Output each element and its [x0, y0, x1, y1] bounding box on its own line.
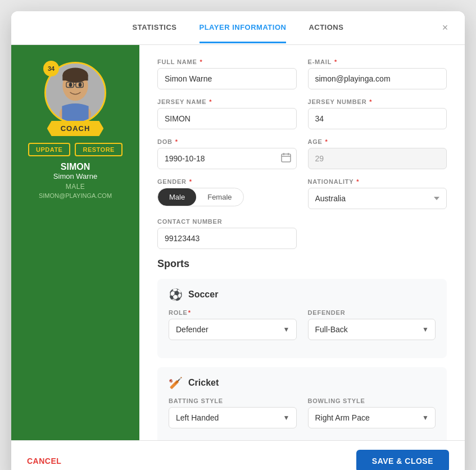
- group-email: E-MAIL *: [308, 58, 447, 89]
- row-name-email: FULL NAME * E-MAIL *: [157, 58, 447, 89]
- dob-input-wrapper: [157, 148, 297, 169]
- sports-section: Sports ⚽ Soccer ROLE*: [157, 258, 447, 440]
- label-nationality: NATIONALITY *: [308, 178, 447, 185]
- group-contact: CONTACT NUMBER: [157, 218, 297, 249]
- cricket-fields: BATTING STYLE Left Handed Right Handed ▼…: [169, 397, 436, 428]
- label-age: AGE *: [308, 138, 447, 145]
- label-fullname: FULL NAME *: [157, 58, 297, 65]
- select-soccer-sub[interactable]: Full-Back Centre-Back Wing-Back: [308, 319, 436, 340]
- row-dob-age: DOB *: [157, 138, 447, 169]
- gender-female[interactable]: Female: [196, 188, 243, 206]
- tab-actions[interactable]: ACTIONS: [309, 13, 343, 43]
- input-jersey-number[interactable]: [308, 108, 447, 129]
- gender-toggle: Male Female: [157, 188, 244, 206]
- jersey-number-badge: 34: [43, 61, 59, 76]
- group-dob: DOB *: [157, 138, 297, 169]
- soccer-sub-wrapper: Full-Back Centre-Back Wing-Back ▼: [308, 319, 436, 340]
- svg-rect-3: [62, 75, 88, 80]
- group-age: AGE *: [308, 138, 447, 169]
- main-content: 34: [11, 45, 465, 440]
- input-age: [308, 148, 447, 169]
- coach-ribbon: COACH: [47, 121, 104, 136]
- sport-card-cricket: 🏏 Cricket BATTING STYLE Left Handed Righ…: [157, 367, 447, 440]
- action-buttons: UPDATE RESTORE: [28, 143, 123, 156]
- cricket-icon: 🏏: [169, 376, 183, 390]
- label-jersey-number: JERSEY NUMBER *: [308, 98, 447, 105]
- input-dob[interactable]: [157, 148, 297, 169]
- svg-rect-10: [282, 154, 291, 162]
- label-gender: GENDER *: [157, 178, 297, 185]
- label-contact: CONTACT NUMBER: [157, 218, 297, 225]
- tab-player-information[interactable]: PLAYER INFORMATION: [200, 13, 287, 43]
- group-soccer-role: ROLE* Defender Forward Midfielder Goalke…: [169, 309, 297, 340]
- label-soccer-role: ROLE*: [169, 309, 297, 316]
- group-fullname: FULL NAME *: [157, 58, 297, 89]
- label-soccer-sub: DEFENDER: [308, 309, 436, 316]
- modal: STATISTICS PLAYER INFORMATION ACTIONS × …: [11, 11, 465, 470]
- label-dob: DOB *: [157, 138, 297, 145]
- sports-title: Sports: [157, 258, 447, 270]
- sport-card-soccer: ⚽ Soccer ROLE* Defender Forward: [157, 279, 447, 358]
- tab-bar: STATISTICS PLAYER INFORMATION ACTIONS ×: [11, 11, 465, 45]
- calendar-icon[interactable]: [281, 152, 291, 165]
- svg-point-6: [79, 83, 82, 87]
- batting-style-wrapper: Left Handed Right Handed ▼: [169, 407, 297, 428]
- group-jersey-number: JERSEY NUMBER *: [308, 98, 447, 129]
- soccer-fields: ROLE* Defender Forward Midfielder Goalke…: [169, 309, 436, 340]
- update-button[interactable]: UPDATE: [28, 143, 70, 156]
- row-contact: CONTACT NUMBER: [157, 218, 447, 249]
- gender-male[interactable]: Male: [158, 188, 196, 206]
- sidebar-gender: MALE: [66, 183, 85, 191]
- label-batting-style: BATTING STYLE: [169, 397, 297, 404]
- label-jersey-name: JERSEY NAME *: [157, 98, 297, 105]
- role-badge: COACH: [47, 121, 104, 136]
- input-email[interactable]: [308, 68, 447, 89]
- sport-header-cricket: 🏏 Cricket: [169, 376, 436, 390]
- label-email: E-MAIL *: [308, 58, 447, 65]
- select-nationality[interactable]: Australia England India: [308, 188, 447, 209]
- soccer-name: Soccer: [188, 290, 218, 300]
- svg-point-5: [69, 83, 72, 87]
- cancel-button[interactable]: CANCEL: [27, 457, 61, 466]
- soccer-icon: ⚽: [169, 288, 183, 301]
- close-button[interactable]: ×: [437, 20, 454, 37]
- select-batting-style[interactable]: Left Handed Right Handed: [169, 407, 297, 428]
- group-nationality: NATIONALITY * Australia England India: [308, 178, 447, 209]
- select-bowling-style[interactable]: Right Arm Pace Left Arm Pace Off Spin Le…: [308, 407, 436, 428]
- group-jersey-name: JERSEY NAME *: [157, 98, 297, 129]
- input-jersey-name[interactable]: [157, 108, 297, 129]
- group-batting-style: BATTING STYLE Left Handed Right Handed ▼: [169, 397, 297, 428]
- row-jersey: JERSEY NAME * JERSEY NUMBER *: [157, 98, 447, 129]
- sidebar-fullname: Simon Warne: [53, 172, 97, 180]
- label-bowling-style: BOWLING STYLE: [308, 397, 436, 404]
- sidebar: 34: [11, 45, 139, 440]
- row-gender-nationality: GENDER * Male Female NATIONALITY * Austr…: [157, 178, 447, 209]
- sidebar-email: SIMON@PLAYINGA.COM: [39, 192, 112, 199]
- sport-header-soccer: ⚽ Soccer: [169, 288, 436, 301]
- group-soccer-sub: DEFENDER Full-Back Centre-Back Wing-Back…: [308, 309, 436, 340]
- save-close-button[interactable]: SAVE & CLOSE: [356, 450, 449, 470]
- avatar-container: 34: [44, 62, 106, 124]
- cricket-name: Cricket: [188, 378, 219, 388]
- form-panel: FULL NAME * E-MAIL * JERSEY NAME *: [139, 45, 465, 440]
- input-fullname[interactable]: [157, 68, 297, 89]
- bowling-style-wrapper: Right Arm Pace Left Arm Pace Off Spin Le…: [308, 407, 436, 428]
- soccer-role-wrapper: Defender Forward Midfielder Goalkeeper ▼: [169, 319, 297, 340]
- sidebar-username: SIMON: [61, 162, 90, 172]
- tabs: STATISTICS PLAYER INFORMATION ACTIONS: [133, 13, 344, 43]
- group-spacer: [308, 218, 447, 249]
- select-soccer-role[interactable]: Defender Forward Midfielder Goalkeeper: [169, 319, 297, 340]
- group-gender: GENDER * Male Female: [157, 178, 297, 209]
- group-bowling-style: BOWLING STYLE Right Arm Pace Left Arm Pa…: [308, 397, 436, 428]
- restore-button[interactable]: RESTORE: [75, 143, 122, 156]
- tab-statistics[interactable]: STATISTICS: [133, 13, 177, 43]
- input-contact[interactable]: [157, 228, 297, 249]
- modal-footer: CANCEL SAVE & CLOSE: [11, 440, 465, 470]
